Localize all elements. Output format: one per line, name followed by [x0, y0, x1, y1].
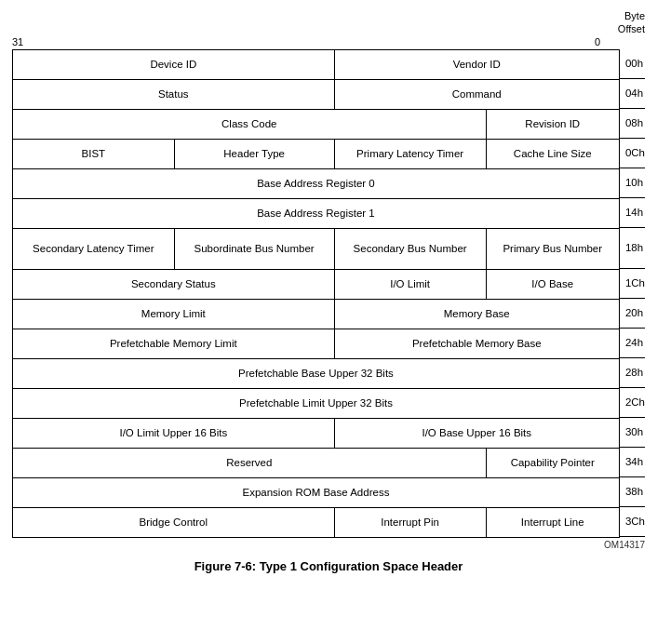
table-cell: Revision ID: [486, 109, 619, 139]
table-cell: Subordinate Bus Number: [174, 228, 334, 269]
table-cell: I/O Base: [486, 269, 619, 299]
offset-value: 00h: [620, 49, 645, 79]
table-cell: Vendor ID: [334, 49, 619, 79]
table-row: StatusCommand: [13, 79, 620, 109]
offset-value: 30h: [620, 418, 645, 448]
offset-value: 08h: [620, 109, 645, 139]
table-row: Base Address Register 1: [13, 198, 620, 228]
figure-caption: Figure 7-6: Type 1 Configuration Space H…: [12, 559, 645, 573]
table-cell: Secondary Latency Timer: [13, 228, 175, 269]
table-cell: Cache Line Size: [486, 139, 619, 168]
table-row: Device IDVendor ID: [13, 49, 620, 79]
table-cell: Interrupt Line: [486, 507, 619, 537]
offset-value: 10h: [620, 168, 645, 198]
offset-column: 00h04h08h0Ch10h14h18h1Ch20h24h28h2Ch30h3…: [620, 49, 645, 537]
table-row: Prefetchable Base Upper 32 Bits: [13, 358, 620, 388]
bit-low-label: 0: [595, 36, 600, 47]
offset-value: 34h: [620, 448, 645, 477]
offset-value: 14h: [620, 198, 645, 228]
bit-high-label: 31: [12, 36, 23, 47]
table-cell: Class Code: [13, 109, 487, 139]
table-row: Secondary StatusI/O LimitI/O Base: [13, 269, 620, 299]
table-row: Base Address Register 0: [13, 168, 620, 198]
table-row: Prefetchable Memory LimitPrefetchable Me…: [13, 329, 620, 358]
table-cell: Capability Pointer: [486, 448, 619, 477]
table-cell: Prefetchable Limit Upper 32 Bits: [13, 388, 620, 418]
offset-value: 18h: [620, 228, 645, 269]
table-row: Prefetchable Limit Upper 32 Bits: [13, 388, 620, 418]
table-cell: Status: [13, 79, 335, 109]
table-row: Class CodeRevision ID: [13, 109, 620, 139]
offset-value: 3Ch: [620, 507, 645, 537]
table-cell: Command: [334, 79, 619, 109]
byte-offset-header: Byte Offset: [618, 9, 645, 36]
offset-value: 1Ch: [620, 269, 645, 299]
table-wrapper: Device IDVendor IDStatusCommandClass Cod…: [12, 49, 645, 538]
table-cell: Interrupt Pin: [334, 507, 486, 537]
table-cell: Prefetchable Memory Base: [334, 329, 619, 358]
table-cell: Primary Latency Timer: [334, 139, 486, 168]
table-cell: Bridge Control: [13, 507, 335, 537]
table-cell: I/O Limit Upper 16 Bits: [13, 418, 335, 448]
table-cell: I/O Base Upper 16 Bits: [334, 418, 619, 448]
table-row: Secondary Latency TimerSubordinate Bus N…: [13, 228, 620, 269]
table-cell: Primary Bus Number: [486, 228, 619, 269]
offset-value: 38h: [620, 477, 645, 507]
table-cell: Expansion ROM Base Address: [13, 477, 620, 507]
offset-value: 2Ch: [620, 388, 645, 418]
table-row: Memory LimitMemory Base: [13, 299, 620, 329]
table-row: Expansion ROM Base Address: [13, 477, 620, 507]
offset-value: 0Ch: [620, 139, 645, 168]
table-cell: BIST: [13, 139, 175, 168]
offset-value: 04h: [620, 79, 645, 109]
table-cell: Header Type: [174, 139, 334, 168]
table-cell: Secondary Status: [13, 269, 335, 299]
table-cell: Base Address Register 0: [13, 168, 620, 198]
table-cell: Prefetchable Memory Limit: [13, 329, 335, 358]
offset-value: 20h: [620, 299, 645, 329]
table-row: BISTHeader TypePrimary Latency TimerCach…: [13, 139, 620, 168]
table-row: I/O Limit Upper 16 BitsI/O Base Upper 16…: [13, 418, 620, 448]
table-cell: Memory Base: [334, 299, 619, 329]
offset-value: 24h: [620, 329, 645, 358]
page-container: Byte Offset 31 0 Device IDVendor IDStatu…: [12, 9, 645, 573]
om-label: OM14317: [12, 540, 645, 550]
table-cell: Secondary Bus Number: [334, 228, 486, 269]
table-cell: Prefetchable Base Upper 32 Bits: [13, 358, 620, 388]
table-row: Bridge ControlInterrupt PinInterrupt Lin…: [13, 507, 620, 537]
offset-value: 28h: [620, 358, 645, 388]
table-cell: I/O Limit: [334, 269, 486, 299]
config-space-table: Device IDVendor IDStatusCommandClass Cod…: [12, 49, 620, 538]
table-row: ReservedCapability Pointer: [13, 448, 620, 477]
table-cell: Base Address Register 1: [13, 198, 620, 228]
table-cell: Device ID: [13, 49, 335, 79]
table-cell: Memory Limit: [13, 299, 335, 329]
table-cell: Reserved: [13, 448, 487, 477]
